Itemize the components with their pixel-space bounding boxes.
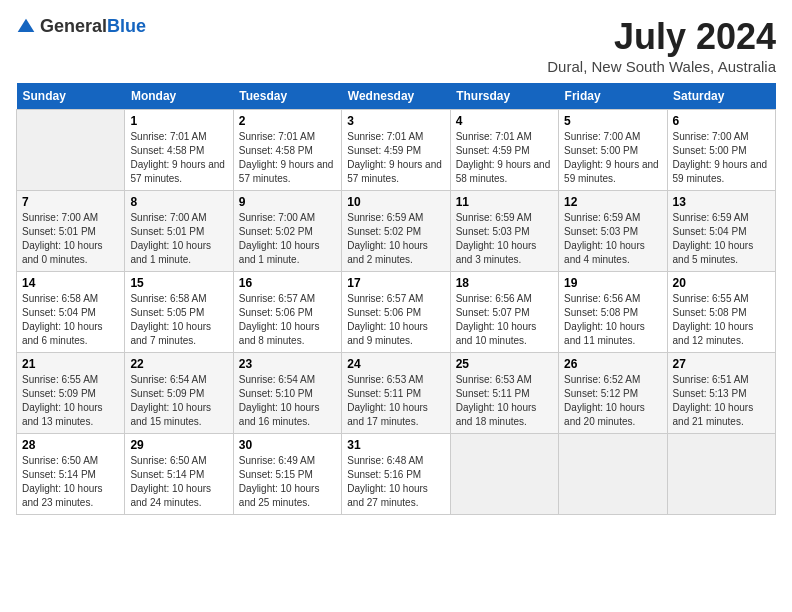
day-info: Sunrise: 6:53 AMSunset: 5:11 PMDaylight:… — [456, 373, 553, 429]
day-number: 19 — [564, 276, 661, 290]
calendar-cell: 23Sunrise: 6:54 AMSunset: 5:10 PMDayligh… — [233, 353, 341, 434]
header-thursday: Thursday — [450, 83, 558, 110]
day-number: 1 — [130, 114, 227, 128]
calendar-cell: 4Sunrise: 7:01 AMSunset: 4:59 PMDaylight… — [450, 110, 558, 191]
calendar-cell: 14Sunrise: 6:58 AMSunset: 5:04 PMDayligh… — [17, 272, 125, 353]
calendar-cell: 7Sunrise: 7:00 AMSunset: 5:01 PMDaylight… — [17, 191, 125, 272]
calendar-cell — [450, 434, 558, 515]
calendar-cell: 10Sunrise: 6:59 AMSunset: 5:02 PMDayligh… — [342, 191, 450, 272]
day-info: Sunrise: 6:49 AMSunset: 5:15 PMDaylight:… — [239, 454, 336, 510]
calendar-cell: 16Sunrise: 6:57 AMSunset: 5:06 PMDayligh… — [233, 272, 341, 353]
header-sunday: Sunday — [17, 83, 125, 110]
calendar-table: SundayMondayTuesdayWednesdayThursdayFrid… — [16, 83, 776, 515]
calendar-cell: 2Sunrise: 7:01 AMSunset: 4:58 PMDaylight… — [233, 110, 341, 191]
day-info: Sunrise: 6:59 AMSunset: 5:03 PMDaylight:… — [456, 211, 553, 267]
day-number: 13 — [673, 195, 770, 209]
calendar-cell: 8Sunrise: 7:00 AMSunset: 5:01 PMDaylight… — [125, 191, 233, 272]
day-number: 11 — [456, 195, 553, 209]
day-number: 27 — [673, 357, 770, 371]
logo-icon — [16, 17, 36, 37]
day-number: 12 — [564, 195, 661, 209]
day-number: 18 — [456, 276, 553, 290]
day-info: Sunrise: 6:55 AMSunset: 5:09 PMDaylight:… — [22, 373, 119, 429]
calendar-cell: 18Sunrise: 6:56 AMSunset: 5:07 PMDayligh… — [450, 272, 558, 353]
day-number: 21 — [22, 357, 119, 371]
day-number: 17 — [347, 276, 444, 290]
calendar-cell: 22Sunrise: 6:54 AMSunset: 5:09 PMDayligh… — [125, 353, 233, 434]
logo: GeneralBlue — [16, 16, 146, 37]
calendar-cell: 12Sunrise: 6:59 AMSunset: 5:03 PMDayligh… — [559, 191, 667, 272]
calendar-cell: 27Sunrise: 6:51 AMSunset: 5:13 PMDayligh… — [667, 353, 775, 434]
day-number: 4 — [456, 114, 553, 128]
location-subtitle: Dural, New South Wales, Australia — [547, 58, 776, 75]
calendar-cell: 6Sunrise: 7:00 AMSunset: 5:00 PMDaylight… — [667, 110, 775, 191]
day-number: 16 — [239, 276, 336, 290]
calendar-cell: 3Sunrise: 7:01 AMSunset: 4:59 PMDaylight… — [342, 110, 450, 191]
day-number: 15 — [130, 276, 227, 290]
calendar-cell — [559, 434, 667, 515]
day-number: 8 — [130, 195, 227, 209]
day-info: Sunrise: 6:58 AMSunset: 5:04 PMDaylight:… — [22, 292, 119, 348]
day-info: Sunrise: 6:50 AMSunset: 5:14 PMDaylight:… — [22, 454, 119, 510]
day-info: Sunrise: 7:01 AMSunset: 4:59 PMDaylight:… — [347, 130, 444, 186]
header-friday: Friday — [559, 83, 667, 110]
calendar-cell: 13Sunrise: 6:59 AMSunset: 5:04 PMDayligh… — [667, 191, 775, 272]
day-info: Sunrise: 6:58 AMSunset: 5:05 PMDaylight:… — [130, 292, 227, 348]
day-info: Sunrise: 6:59 AMSunset: 5:02 PMDaylight:… — [347, 211, 444, 267]
day-number: 24 — [347, 357, 444, 371]
svg-marker-0 — [18, 18, 35, 31]
day-info: Sunrise: 7:01 AMSunset: 4:58 PMDaylight:… — [130, 130, 227, 186]
day-info: Sunrise: 6:55 AMSunset: 5:08 PMDaylight:… — [673, 292, 770, 348]
day-number: 20 — [673, 276, 770, 290]
day-number: 29 — [130, 438, 227, 452]
calendar-week-row: 14Sunrise: 6:58 AMSunset: 5:04 PMDayligh… — [17, 272, 776, 353]
calendar-week-row: 7Sunrise: 7:00 AMSunset: 5:01 PMDaylight… — [17, 191, 776, 272]
calendar-cell — [667, 434, 775, 515]
day-info: Sunrise: 6:54 AMSunset: 5:10 PMDaylight:… — [239, 373, 336, 429]
day-info: Sunrise: 6:53 AMSunset: 5:11 PMDaylight:… — [347, 373, 444, 429]
day-info: Sunrise: 7:00 AMSunset: 5:00 PMDaylight:… — [564, 130, 661, 186]
day-number: 10 — [347, 195, 444, 209]
day-number: 30 — [239, 438, 336, 452]
calendar-cell: 15Sunrise: 6:58 AMSunset: 5:05 PMDayligh… — [125, 272, 233, 353]
day-info: Sunrise: 7:00 AMSunset: 5:02 PMDaylight:… — [239, 211, 336, 267]
day-number: 14 — [22, 276, 119, 290]
day-info: Sunrise: 6:52 AMSunset: 5:12 PMDaylight:… — [564, 373, 661, 429]
day-info: Sunrise: 6:48 AMSunset: 5:16 PMDaylight:… — [347, 454, 444, 510]
page-header: GeneralBlue July 2024 Dural, New South W… — [16, 16, 776, 75]
day-info: Sunrise: 6:50 AMSunset: 5:14 PMDaylight:… — [130, 454, 227, 510]
day-info: Sunrise: 6:51 AMSunset: 5:13 PMDaylight:… — [673, 373, 770, 429]
calendar-cell: 24Sunrise: 6:53 AMSunset: 5:11 PMDayligh… — [342, 353, 450, 434]
calendar-cell: 30Sunrise: 6:49 AMSunset: 5:15 PMDayligh… — [233, 434, 341, 515]
day-number: 9 — [239, 195, 336, 209]
calendar-cell: 26Sunrise: 6:52 AMSunset: 5:12 PMDayligh… — [559, 353, 667, 434]
calendar-cell: 5Sunrise: 7:00 AMSunset: 5:00 PMDaylight… — [559, 110, 667, 191]
calendar-cell: 29Sunrise: 6:50 AMSunset: 5:14 PMDayligh… — [125, 434, 233, 515]
logo-text: GeneralBlue — [40, 16, 146, 37]
calendar-cell: 17Sunrise: 6:57 AMSunset: 5:06 PMDayligh… — [342, 272, 450, 353]
day-number: 25 — [456, 357, 553, 371]
day-info: Sunrise: 7:00 AMSunset: 5:01 PMDaylight:… — [22, 211, 119, 267]
day-info: Sunrise: 6:57 AMSunset: 5:06 PMDaylight:… — [347, 292, 444, 348]
day-info: Sunrise: 6:56 AMSunset: 5:08 PMDaylight:… — [564, 292, 661, 348]
calendar-week-row: 21Sunrise: 6:55 AMSunset: 5:09 PMDayligh… — [17, 353, 776, 434]
calendar-cell: 1Sunrise: 7:01 AMSunset: 4:58 PMDaylight… — [125, 110, 233, 191]
day-number: 6 — [673, 114, 770, 128]
calendar-header-row: SundayMondayTuesdayWednesdayThursdayFrid… — [17, 83, 776, 110]
day-number: 5 — [564, 114, 661, 128]
day-number: 3 — [347, 114, 444, 128]
day-info: Sunrise: 6:57 AMSunset: 5:06 PMDaylight:… — [239, 292, 336, 348]
calendar-cell: 31Sunrise: 6:48 AMSunset: 5:16 PMDayligh… — [342, 434, 450, 515]
calendar-week-row: 28Sunrise: 6:50 AMSunset: 5:14 PMDayligh… — [17, 434, 776, 515]
day-number: 26 — [564, 357, 661, 371]
day-info: Sunrise: 7:00 AMSunset: 5:00 PMDaylight:… — [673, 130, 770, 186]
calendar-week-row: 1Sunrise: 7:01 AMSunset: 4:58 PMDaylight… — [17, 110, 776, 191]
day-info: Sunrise: 6:59 AMSunset: 5:04 PMDaylight:… — [673, 211, 770, 267]
day-number: 2 — [239, 114, 336, 128]
day-info: Sunrise: 6:54 AMSunset: 5:09 PMDaylight:… — [130, 373, 227, 429]
day-info: Sunrise: 6:56 AMSunset: 5:07 PMDaylight:… — [456, 292, 553, 348]
title-block: July 2024 Dural, New South Wales, Austra… — [547, 16, 776, 75]
day-number: 7 — [22, 195, 119, 209]
day-number: 22 — [130, 357, 227, 371]
header-wednesday: Wednesday — [342, 83, 450, 110]
